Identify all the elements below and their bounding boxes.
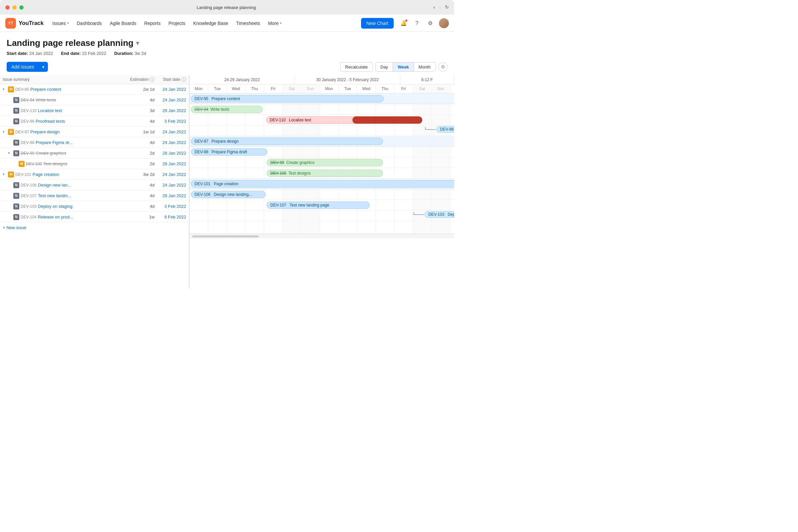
- priority-badge-m: M: [8, 172, 14, 177]
- issue-title[interactable]: Test designs: [43, 161, 125, 166]
- start-date-value[interactable]: 28 Jan 2022: [155, 151, 186, 156]
- start-date-value[interactable]: 24 Jan 2022: [155, 172, 186, 177]
- gantt-bar-dev107[interactable]: DEV-107 Test new landing page: [267, 202, 370, 209]
- more-chevron-icon: ▾: [280, 21, 282, 25]
- help-icon[interactable]: ?: [412, 19, 422, 28]
- new-chart-button[interactable]: New Chart: [361, 18, 394, 28]
- start-date-value[interactable]: 24 Jan 2022: [155, 140, 186, 145]
- col-startdate-header: Start date i: [155, 77, 186, 82]
- nav-item-projects[interactable]: Projects: [165, 19, 189, 28]
- start-date-value[interactable]: 3 Feb 2022: [155, 119, 186, 124]
- gantt-scrollbar[interactable]: [190, 234, 454, 239]
- expand-toggle[interactable]: ▾: [3, 87, 8, 92]
- add-issues-dropdown-button[interactable]: ▾: [39, 62, 48, 72]
- gantt-bar-dev106[interactable]: DEV-106 Design new landing...: [191, 191, 266, 198]
- page-title-dropdown-icon[interactable]: ▾: [136, 40, 139, 47]
- nav-item-issues[interactable]: Issues ▾: [49, 19, 72, 28]
- gantt-bar-dev110-actual[interactable]: [353, 116, 422, 124]
- gantt-row-dev104: [190, 221, 454, 234]
- table-row: N DEV-103 Deploy on staging 4d 3 Feb 202…: [0, 201, 189, 212]
- gantt-row-dev110: DEV-110 Localize text: [190, 115, 454, 125]
- date-range-jan24: 24-29 January 2022: [190, 75, 295, 84]
- issue-title[interactable]: Write texts: [36, 97, 125, 102]
- issue-title[interactable]: Proofread texts: [36, 119, 125, 124]
- gantt-bar-dev95[interactable]: DEV-95 Prepare content: [191, 95, 384, 102]
- start-date-value[interactable]: 28 Jan 2022: [155, 193, 186, 198]
- toolbar: Add issues ▾ Recalculate Day Week Month …: [0, 59, 454, 75]
- notification-badge: [405, 19, 407, 22]
- window-title: Landing page release planning: [24, 5, 429, 10]
- issue-title[interactable]: Prepare Figma dr...: [36, 140, 125, 145]
- start-date-value[interactable]: 24 Jan 2022: [155, 97, 186, 102]
- expand-toggle[interactable]: ▾: [3, 130, 8, 134]
- avatar[interactable]: [439, 18, 449, 28]
- expand-toggle[interactable]: ▾: [3, 172, 8, 176]
- gantt-bar-dev97[interactable]: DEV-97 Prepare design: [191, 138, 383, 145]
- start-date-value[interactable]: 24 Jan 2022: [155, 87, 186, 92]
- table-row: ▾ N DEV-99 Create graphics 2d 28 Jan 202…: [0, 148, 189, 158]
- issue-title[interactable]: Create graphics: [36, 151, 125, 156]
- issue-title[interactable]: Test new landin...: [38, 193, 125, 198]
- gantt-row-dev95: DEV-95 Prepare content: [190, 93, 454, 104]
- expand-toggle[interactable]: ▾: [8, 151, 13, 155]
- issue-title[interactable]: Release on prod...: [38, 214, 125, 220]
- logo[interactable]: YT YouTrack: [5, 18, 43, 28]
- table-row: N DEV-106 Design new lan... 4d 24 Jan 20…: [0, 180, 189, 191]
- issue-id: DEV-99: [21, 151, 34, 156]
- start-date-value[interactable]: 24 Jan 2022: [155, 129, 186, 134]
- priority-badge-n: N: [13, 182, 19, 188]
- add-issues-button[interactable]: Add issues: [7, 62, 39, 72]
- nav-item-timesheets[interactable]: Timesheets: [233, 19, 263, 28]
- notifications-icon[interactable]: 🔔: [399, 19, 408, 28]
- nav-item-more[interactable]: More ▾: [265, 19, 285, 28]
- priority-badge-n: N: [13, 193, 19, 199]
- issues-table: Issue summary Estimation i Start date i …: [0, 75, 190, 289]
- nav-item-reports[interactable]: Reports: [141, 19, 164, 28]
- minimize-button[interactable]: [12, 5, 17, 10]
- nav-forward-icon[interactable]: ›: [439, 4, 441, 10]
- start-date-value[interactable]: 9 Feb 2022: [155, 214, 186, 220]
- issue-id: DEV-104: [21, 215, 37, 220]
- priority-badge-n: N: [13, 108, 19, 114]
- issue-title[interactable]: Prepare design: [30, 129, 125, 134]
- view-month-button[interactable]: Month: [414, 62, 435, 72]
- issue-title[interactable]: Deploy on staging: [38, 204, 125, 209]
- scrollbar-thumb[interactable]: [192, 235, 259, 238]
- nav-item-knowledge-base[interactable]: Knowledge Base: [190, 19, 231, 28]
- gantt-bar-dev100[interactable]: DEV-100 Test designs: [267, 170, 383, 177]
- refresh-icon[interactable]: ↻: [445, 4, 449, 10]
- estimation-value: 2d: [125, 151, 155, 156]
- start-date-value[interactable]: 28 Jan 2022: [155, 161, 186, 166]
- new-issue-button[interactable]: + New issue: [0, 223, 189, 233]
- gantt-row-dev103: └─── DEV-103 Deploy on staging: [190, 210, 454, 221]
- nav-item-dashboards[interactable]: Dashboards: [74, 19, 106, 28]
- gantt-row-dev97: DEV-97 Prepare design: [190, 136, 454, 147]
- issue-title[interactable]: Page creation: [33, 172, 125, 177]
- issue-title[interactable]: Design new lan...: [38, 183, 125, 188]
- gantt-bar-dev98[interactable]: DEV-98 Prepare Figma draft: [191, 148, 267, 156]
- gantt-bar-dev94[interactable]: DEV-94 Write texts: [191, 106, 263, 113]
- estimation-info-icon[interactable]: i: [150, 77, 155, 82]
- nav-item-agile-boards[interactable]: Agile Boards: [107, 19, 139, 28]
- start-date-value[interactable]: 28 Jan 2022: [155, 108, 186, 113]
- start-date-value[interactable]: 3 Feb 2022: [155, 204, 186, 209]
- table-row: ▾ M DEV-97 Prepare design 1w 1d 24 Jan 2…: [0, 127, 189, 137]
- estimation-value: 4d: [125, 97, 155, 102]
- gantt-bar-dev101[interactable]: DEV-101 Page creation: [191, 180, 454, 188]
- issue-title[interactable]: Prepare content: [30, 87, 125, 92]
- view-day-button[interactable]: Day: [376, 62, 393, 72]
- nav-icons: 🔔 ? ⚙: [399, 18, 449, 28]
- col-estimation-header: Estimation i: [125, 77, 155, 82]
- nav-back-icon[interactable]: ‹: [433, 4, 435, 10]
- issue-title[interactable]: Localize text: [38, 108, 125, 113]
- settings-icon[interactable]: ⚙: [425, 19, 435, 28]
- recalculate-button[interactable]: Recalculate: [340, 62, 373, 72]
- view-week-button[interactable]: Week: [393, 62, 414, 72]
- startdate-info-icon[interactable]: i: [182, 77, 186, 82]
- gantt-settings-icon[interactable]: ⚙: [438, 62, 448, 72]
- maximize-button[interactable]: [19, 5, 24, 10]
- gantt-bar-dev99[interactable]: DEV-99 Create graphics: [267, 159, 383, 166]
- estimation-value: 1w: [125, 214, 155, 220]
- close-button[interactable]: [5, 5, 10, 10]
- start-date-value[interactable]: 24 Jan 2022: [155, 183, 186, 188]
